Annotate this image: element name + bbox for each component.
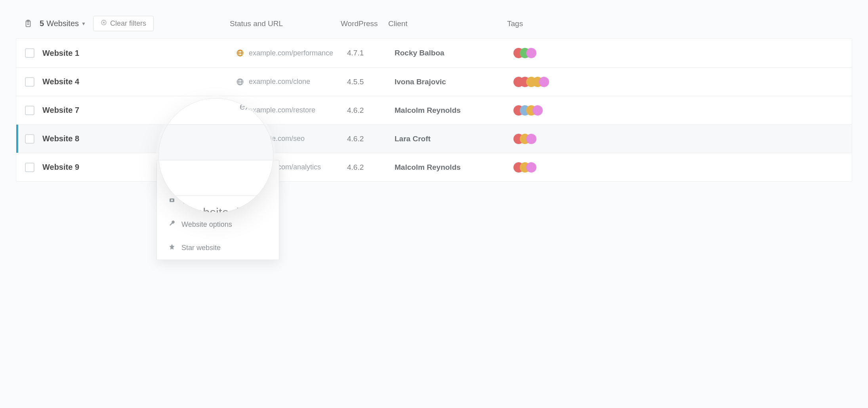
backup-icon: [168, 197, 176, 206]
zoom-row-active: e: [158, 124, 273, 160]
caret-down-icon: ▼: [81, 21, 86, 27]
table-row[interactable]: Website 4example.com/clone4.5.5Ivona Bra…: [16, 67, 852, 96]
cell-client: Lara Croft: [395, 135, 513, 143]
cell-name: Website 1: [16, 48, 236, 58]
column-header-wordpress: WordPress: [341, 19, 388, 28]
cell-tags: [513, 162, 852, 173]
cell-client: Rocky Balboa: [395, 49, 513, 57]
zoom-lens: example.com/restore e …om/analytics Open…: [158, 98, 273, 213]
cell-name: Website 4: [16, 77, 236, 87]
cell-wordpress-version: 4.6.2: [347, 135, 395, 143]
clear-filters-button[interactable]: Clear filters: [93, 16, 154, 31]
site-name: Website 7: [42, 106, 79, 115]
site-url[interactable]: example.com/performance: [249, 49, 333, 57]
zoom-row-lower: …om/analytics: [158, 160, 273, 195]
row-checkbox[interactable]: [25, 134, 34, 144]
website-count-dropdown[interactable]: 5 Websites ▼: [40, 19, 86, 28]
cell-wordpress-version: 4.7.1: [347, 49, 395, 57]
cell-wordpress-version: 4.6.2: [347, 163, 395, 172]
site-name: Website 8: [42, 134, 79, 143]
cell-client: Malcolm Reynolds: [395, 106, 513, 115]
tag-dot[interactable]: [526, 134, 536, 144]
table-row[interactable]: Website 7example.com/restore4.6.2Malcolm…: [16, 96, 852, 124]
website-count: 5: [40, 19, 44, 28]
wrench-icon: [168, 220, 176, 229]
clear-filters-label: Clear filters: [110, 19, 146, 28]
cell-status: example.com/clone: [236, 78, 347, 86]
site-url[interactable]: example.com/restore: [249, 106, 315, 114]
tag-dot[interactable]: [526, 162, 536, 173]
websites-table: Website 1example.com/performance4.7.1Roc…: [16, 38, 852, 182]
column-header-client: Client: [388, 19, 507, 28]
star-icon: [168, 243, 176, 252]
menu-star-website-label: Star website: [181, 244, 221, 252]
cell-wordpress-version: 4.5.5: [347, 78, 395, 86]
table-row[interactable]: Website 1example.com/performance4.7.1Roc…: [16, 39, 852, 67]
row-checkbox[interactable]: [25, 48, 34, 58]
cell-tags: [513, 134, 852, 144]
menu-website-options[interactable]: Website options: [157, 213, 279, 236]
svg-point-23: [171, 199, 173, 201]
close-circle-icon: [101, 19, 107, 28]
cell-tags: [513, 48, 852, 58]
tag-dot[interactable]: [526, 48, 536, 58]
clipboard-icon: [24, 19, 32, 28]
cell-tags: [513, 105, 852, 116]
cell-client: Malcolm Reynolds: [395, 163, 513, 172]
menu-website-options-label: Website options: [181, 220, 232, 229]
cell-client: Ivona Brajovic: [395, 78, 513, 86]
site-url[interactable]: example.com/clone: [249, 78, 310, 86]
tag-dot[interactable]: [532, 105, 543, 116]
cell-wordpress-version: 4.6.2: [347, 106, 395, 115]
column-header-status: Status and URL: [230, 19, 341, 28]
site-name: Website 9: [42, 163, 79, 172]
row-checkbox[interactable]: [25, 77, 34, 87]
website-count-label: Websites: [46, 19, 79, 28]
table-row[interactable]: Website 9example.com/analytics4.6.2Malco…: [16, 153, 852, 181]
table-row[interactable]: Website 8example.com/seo4.6.2Lara Croft: [16, 124, 852, 153]
site-name: Website 1: [42, 49, 79, 58]
column-header-tags: Tags: [507, 19, 852, 28]
globe-icon: [236, 49, 244, 57]
globe-icon: [236, 78, 244, 86]
row-checkbox[interactable]: [25, 106, 34, 115]
cell-status: example.com/performance: [236, 49, 347, 57]
tag-dot[interactable]: [539, 77, 549, 87]
menu-star-website[interactable]: Star website: [157, 236, 279, 260]
cell-tags: [513, 77, 852, 87]
site-name: Website 4: [42, 77, 79, 86]
row-checkbox[interactable]: [25, 163, 34, 172]
table-header: 5 Websites ▼ Clear filters Status and UR…: [16, 16, 852, 31]
